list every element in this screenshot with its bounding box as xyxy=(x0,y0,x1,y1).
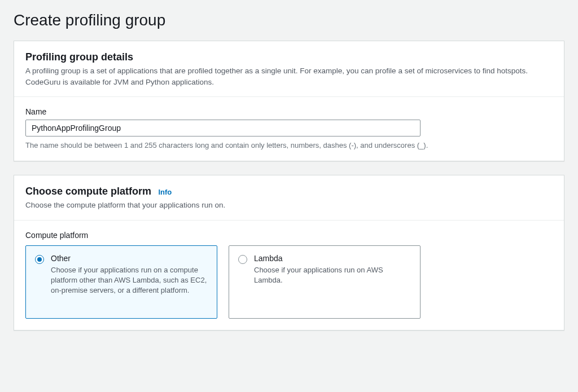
profiling-details-body: Name The name should be between 1 and 25… xyxy=(14,97,564,161)
compute-platform-body: Compute platform Other Choose if your ap… xyxy=(14,221,564,330)
profiling-details-heading: Profiling group details xyxy=(25,51,133,63)
option-title: Lambda xyxy=(254,254,411,263)
option-content: Lambda Choose if your applications run o… xyxy=(254,254,411,285)
compute-platform-heading: Choose compute platform xyxy=(25,186,151,197)
name-helper-text: The name should be between 1 and 255 cha… xyxy=(25,141,553,149)
profiling-details-header: Profiling group details A profiling grou… xyxy=(14,41,564,97)
platform-option-lambda[interactable]: Lambda Choose if your applications run o… xyxy=(229,245,421,319)
profiling-details-panel: Profiling group details A profiling grou… xyxy=(14,41,564,161)
option-title: Other xyxy=(51,254,208,263)
name-label: Name xyxy=(25,107,553,116)
name-input[interactable] xyxy=(25,120,421,136)
option-content: Other Choose if your applications run on… xyxy=(51,254,208,296)
radio-icon xyxy=(35,255,44,264)
profiling-details-description: A profiling group is a set of applicatio… xyxy=(25,65,553,87)
compute-platform-panel: Choose compute platform Info Choose the … xyxy=(14,175,564,331)
platform-options: Other Choose if your applications run on… xyxy=(25,245,553,319)
option-description: Choose if your applications run on a com… xyxy=(51,265,208,296)
page-title: Create profiling group xyxy=(14,11,564,29)
compute-platform-field-label: Compute platform xyxy=(25,231,553,240)
radio-icon xyxy=(238,255,247,264)
platform-option-other[interactable]: Other Choose if your applications run on… xyxy=(25,245,217,319)
option-description: Choose if your applications run on AWS L… xyxy=(254,265,411,285)
compute-platform-description: Choose the compute platform that your ap… xyxy=(25,200,553,211)
compute-platform-header: Choose compute platform Info Choose the … xyxy=(14,175,564,221)
info-link[interactable]: Info xyxy=(158,188,172,196)
